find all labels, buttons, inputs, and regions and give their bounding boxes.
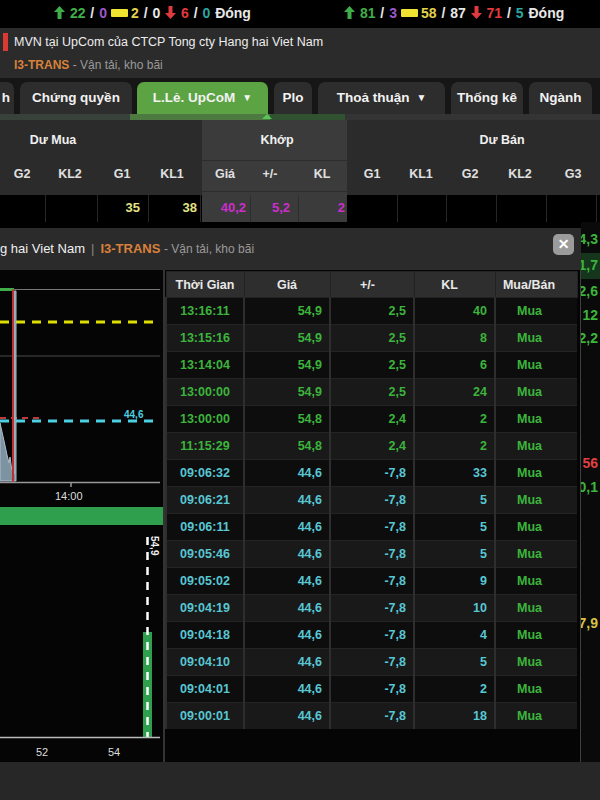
svg-text:54,9: 54,9 <box>149 536 160 556</box>
svg-text:14:00: 14:00 <box>55 490 83 502</box>
svg-text:44,6: 44,6 <box>124 409 144 420</box>
svg-text:54: 54 <box>108 746 120 758</box>
svg-text:52: 52 <box>36 746 48 758</box>
